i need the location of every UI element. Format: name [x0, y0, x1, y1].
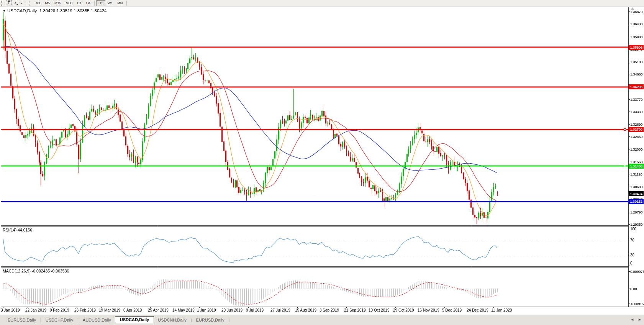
price-tick-mark	[628, 224, 630, 225]
date-tick-label: 21 Sep 2019	[344, 308, 366, 312]
price-tick-mark	[628, 62, 630, 62]
hline-price-label: 1.31405	[629, 164, 644, 169]
chart-tab-bar: EURUSD,Daily|USDCHF,Daily|AUDUSD,DailyUS…	[0, 315, 644, 325]
price-tick-mark	[628, 99, 630, 100]
price-tick-label: 1.35980	[630, 35, 644, 39]
date-tick-label: 16 Nov 2019	[418, 308, 439, 312]
chevron-down-icon: ▼	[20, 1, 23, 6]
drawing-tool-button[interactable]: ▼	[12, 0, 24, 6]
date-tick-label: 11 Jan 2020	[491, 308, 512, 312]
timeframe-button-m1[interactable]: M1	[33, 0, 43, 6]
date-axis[interactable]: 3 Jan 201922 Jan 20199 Feb 201928 Feb 20…	[0, 307, 644, 314]
tab-scroll-right-icon[interactable]: ►	[638, 317, 642, 322]
timeframe-button-w1[interactable]: W1	[105, 0, 115, 6]
price-tick-label: 1.29790	[630, 210, 644, 214]
toolbar-separator	[26, 1, 26, 6]
price-tick-mark	[628, 212, 630, 212]
date-tick-label: 5 Dec 2019	[442, 308, 462, 312]
timeframe-button-m5[interactable]: M5	[43, 0, 52, 6]
rsi-tick-mark	[628, 266, 630, 266]
tab-usdcad-daily[interactable]: USDCAD,Daily	[115, 316, 154, 323]
date-tick-label: 6 Apr 2019	[123, 308, 142, 312]
timeframe-button-mn[interactable]: MN	[115, 0, 125, 6]
timeframe-button-m15[interactable]: M15	[52, 0, 64, 6]
tab-usdchf-daily[interactable]: USDCHF,Daily	[42, 317, 77, 323]
date-tick-label: 9 Jul 2019	[246, 308, 264, 312]
rsi-tick-label: 70	[630, 238, 644, 242]
timeframe-group: M1M5M15M30H1H4D1W1MN	[33, 0, 128, 6]
rsi-tick-label: 0	[630, 261, 644, 265]
macd-tick-mark	[628, 304, 630, 304]
hline-price-label: 1.34206	[629, 84, 644, 89]
chart-symbol-period: USDCAD,Daily	[7, 8, 37, 13]
date-tick-label: 20 Jun 2019	[221, 308, 243, 312]
price-tick-mark	[628, 37, 630, 37]
timeframe-button-h1[interactable]: H1	[75, 0, 84, 6]
text-tool-button[interactable]: T	[6, 0, 12, 6]
tab-eurusd-daily[interactable]: EURUSD,Daily	[192, 317, 228, 323]
price-tick-mark	[628, 136, 630, 137]
date-tick-label: 14 May 2019	[172, 308, 195, 312]
hline-price-label: 1.32700	[629, 127, 644, 132]
date-tick-label: 9 Feb 2019	[50, 308, 69, 312]
mt4-window: T ▼ M1M5M15M30H1H4D1W1MN ▼USDCAD,Daily 1…	[0, 0, 644, 325]
current-price-label: 1.30424	[629, 191, 644, 196]
date-tick-label: 25 Apr 2019	[148, 308, 169, 312]
price-tick-mark	[628, 24, 630, 24]
rsi-label: RSI(14) 44.0156	[3, 228, 32, 232]
price-tick-label: 1.33330	[630, 110, 644, 114]
price-tick-label: 1.30680	[630, 185, 644, 189]
price-tick-label: 1.29350	[630, 222, 644, 227]
price-tick-label: 1.31120	[630, 172, 644, 176]
rsi-tick-label: 100	[630, 227, 644, 231]
toolbar: T ▼ M1M5M15M30H1H4D1W1MN	[0, 0, 644, 7]
rsi-tick-label: 30	[630, 253, 644, 257]
price-tick-label: 1.34660	[630, 72, 644, 76]
timeframe-button-h4[interactable]: H4	[84, 0, 93, 6]
date-tick-label: 3 Sep 2019	[320, 308, 339, 312]
macd-tick-label: 0.00	[630, 287, 644, 291]
drawing-tool-icon	[13, 1, 19, 6]
date-tick-label: 28 Feb 2019	[74, 308, 96, 312]
toolbar-separator	[126, 1, 127, 6]
tab-usdcnh-daily[interactable]: USDCNH,Daily	[154, 317, 190, 323]
price-tick-label: 1.32450	[630, 135, 644, 139]
chart-plot-area[interactable]	[0, 0, 644, 325]
price-tick-mark	[628, 149, 630, 149]
date-tick-label: 19 Mar 2019	[99, 308, 120, 312]
date-tick-label: 3 Jan 2019	[1, 308, 20, 312]
macd-tick-mark	[628, 289, 630, 289]
date-tick-label: 1 Jun 2019	[197, 308, 216, 312]
hline-price-label: 1.35606	[629, 45, 644, 50]
hline-price-label: 1.30152	[629, 199, 644, 204]
timeframe-button-d1[interactable]: D1	[96, 0, 105, 6]
price-tick-mark	[628, 74, 630, 74]
macd-tick-mark	[628, 271, 630, 272]
price-tick-label: 1.33770	[630, 97, 644, 102]
tab-scroll-left-icon[interactable]: ◄	[630, 317, 634, 322]
date-tick-label: 10 Oct 2019	[369, 308, 389, 312]
price-tick-label: 1.32000	[630, 147, 644, 151]
toolbar-grip[interactable]	[1, 1, 4, 6]
chart-title: ▼USDCAD,Daily 1.30426 1.30519 1.30355 1.…	[3, 8, 107, 13]
price-tick-mark	[628, 124, 630, 125]
rsi-tick-mark	[628, 229, 630, 229]
price-axis[interactable]: 1.368701.364301.359801.355401.351001.346…	[628, 0, 644, 314]
price-tick-mark	[628, 162, 630, 162]
price-tick-label: 1.36870	[630, 10, 644, 14]
macd-tick-label: 0.009975	[630, 269, 644, 274]
tab-audusd-daily[interactable]: AUDUSD,Daily	[79, 317, 115, 323]
toolbar-separator	[94, 1, 95, 6]
date-tick-label: 15 Aug 2019	[295, 308, 316, 312]
tab-eurusd-daily[interactable]: EURUSD,Daily	[4, 317, 40, 323]
date-tick-label: 22 Jan 2019	[25, 308, 46, 312]
date-tick-label: 29 Oct 2019	[393, 308, 414, 312]
price-tick-mark	[628, 174, 630, 174]
timeframe-button-m30[interactable]: M30	[64, 0, 75, 6]
toolbar-grip[interactable]	[29, 1, 32, 6]
price-tick-mark	[628, 112, 630, 112]
chart-dropdown-icon[interactable]: ▼	[3, 9, 6, 13]
tab-separator: |	[228, 318, 230, 322]
price-tick-label: 1.36430	[630, 22, 644, 26]
price-tick-label: 1.32890	[630, 122, 644, 126]
